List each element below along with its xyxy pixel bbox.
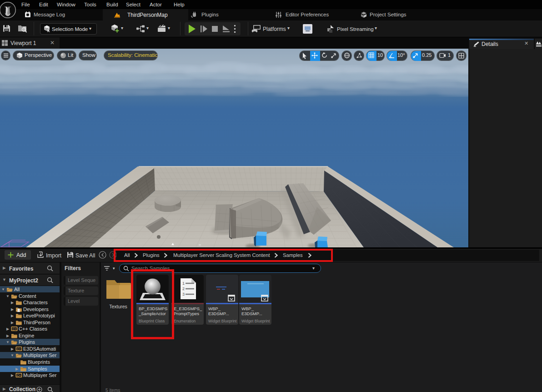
svg-text:3: 3	[182, 292, 185, 297]
svg-text:2: 2	[182, 286, 185, 291]
svg-text:C+: C+	[17, 347, 21, 351]
svg-text:C+: C+	[12, 327, 16, 331]
svg-text:C+: C+	[17, 374, 21, 377]
svg-text:1: 1	[182, 281, 185, 286]
